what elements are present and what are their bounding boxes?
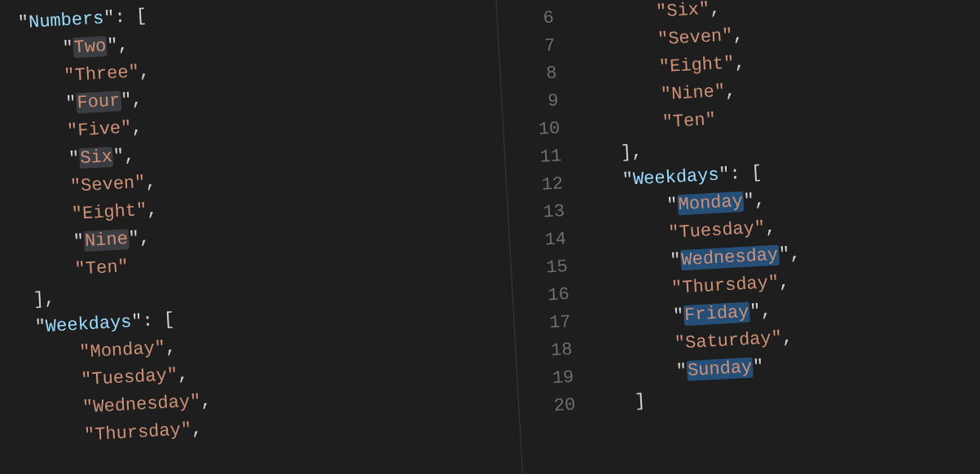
line-number: 10	[508, 115, 561, 146]
code-editor-left[interactable]: 1234567891011121314151617 { "Numbers": […	[0, 0, 516, 459]
code-body-right[interactable]: "Three", "Four", "Five", "Six", "Seven",…	[558, 0, 980, 419]
line-number: 15	[515, 253, 569, 284]
code-editor-right[interactable]: 34567891011121314151617181920 "Three", "…	[496, 0, 980, 422]
code-body-left[interactable]: { "Numbers": [ "Two", "Three", "Four", "…	[0, 0, 516, 455]
line-number: 12	[510, 170, 564, 201]
line-number: 18	[520, 336, 573, 367]
line-number: 7	[503, 32, 556, 63]
line-number: 17	[518, 309, 572, 340]
app-window: ◣ ▴ Untitled-1 1234567891011121314151617…	[0, 0, 980, 474]
line-number: 11	[508, 143, 562, 173]
line-number: 20	[523, 392, 577, 423]
line-number: 8	[504, 59, 558, 90]
line-number: 14	[513, 226, 567, 257]
rotated-surface: ◣ ▴ Untitled-1 1234567891011121314151617…	[0, 0, 980, 474]
line-number: 16	[516, 281, 570, 312]
editor-pane-left: Untitled-1 1234567891011121314151617 { "…	[0, 0, 523, 474]
line-number: 13	[512, 198, 565, 229]
editor-pane-right: 34567891011121314151617181920 "Three", "…	[496, 0, 980, 474]
line-number: 6	[501, 5, 555, 36]
line-number: 9	[506, 87, 560, 118]
line-number: 19	[521, 364, 575, 395]
